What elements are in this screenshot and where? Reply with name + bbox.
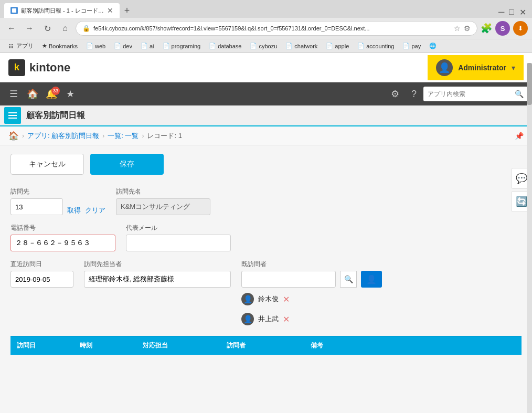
header-right: 👤 Administrator ▾ — [428, 55, 524, 80]
get-link[interactable]: 取得 — [67, 206, 81, 215]
help-icon[interactable]: ? — [405, 84, 423, 103]
apps-grid-icon — [7, 43, 15, 50]
contact-person-field: 訪問先担当者 — [84, 260, 231, 288]
minimize-button[interactable]: ─ — [498, 7, 505, 14]
maximize-button[interactable]: □ — [509, 7, 515, 14]
visitor-avatar-1: 👤 — [241, 293, 254, 305]
bm-globe[interactable]: 🌐 — [426, 41, 440, 50]
kintone-nav: ☰ 🏠 🔔 33 ★ ⚙ ? 🔍 — [0, 82, 532, 105]
lower-row: 直近訪問日 訪問先担当者 既訪問者 🔍 👤 — [10, 260, 522, 327]
logo-text: kintone — [29, 61, 70, 75]
th-visit-date: 訪問日 — [10, 341, 73, 350]
email-field: 代表メール — [126, 224, 231, 251]
bookmark-star-icon[interactable]: ☆ — [454, 24, 461, 33]
profile-button[interactable]: S — [495, 21, 510, 36]
visit-dest-row: 訪問先 取得 クリア 訪問先名 K&Mコンサルティング — [10, 187, 522, 215]
apps-button[interactable]: アプリ — [4, 41, 37, 51]
visit-dest-input[interactable] — [10, 198, 63, 215]
user-dropdown-icon[interactable]: ▾ — [512, 63, 515, 72]
bookmarks-label: Bookmarks — [49, 43, 78, 49]
visitor-search-input[interactable] — [241, 271, 336, 288]
download-button[interactable]: ⬇ — [513, 21, 528, 36]
forward-button[interactable]: → — [22, 21, 37, 36]
extensions-button[interactable]: 🧩 — [481, 23, 492, 34]
visitor-item-1: 👤 鈴木俊 ✕ — [241, 291, 382, 308]
bm-globe-icon: 🌐 — [429, 43, 437, 49]
avatar-person-icon: 👤 — [439, 62, 450, 73]
cancel-button[interactable]: キャンセル — [10, 154, 84, 175]
bm-accounting-label: accounting — [366, 43, 394, 49]
th-contact: 対応担当 — [136, 341, 220, 350]
address-input[interactable]: 🔒 fe54k.cybozu.com/k/857/show#record=1&l… — [76, 21, 477, 36]
bm-cybozu[interactable]: 📄 cybozu — [247, 41, 280, 50]
user-name: Administrator — [458, 63, 506, 72]
home-button[interactable]: ⌂ — [58, 21, 72, 36]
bm-apple-icon: 📄 — [326, 43, 333, 49]
bm-ai[interactable]: 📄 ai — [137, 41, 157, 50]
notification-icon[interactable]: 🔔 33 — [42, 84, 61, 103]
logo-icon: k — [8, 59, 25, 76]
bm-web-label: web — [95, 43, 105, 49]
favorites-icon[interactable]: ★ — [61, 84, 80, 103]
active-tab[interactable]: 顧客別訪問日報 - 1 - レコードの詳... ✕ — [4, 3, 120, 18]
settings-icon[interactable]: ⚙ — [386, 84, 405, 103]
contact-person-label: 訪問先担当者 — [84, 260, 231, 269]
tab-close-button[interactable]: ✕ — [107, 6, 113, 15]
breadcrumb-list-link[interactable]: 一覧: 一覧 — [108, 131, 139, 141]
form-fields: 訪問先 取得 クリア 訪問先名 K&Mコンサルティング 電話番号 — [10, 187, 522, 327]
visitor-remove-1[interactable]: ✕ — [283, 294, 290, 304]
notification-badge: 33 — [51, 87, 60, 95]
bm-chatwork[interactable]: 📄 chatwork — [282, 41, 321, 50]
home-nav-icon[interactable]: 🏠 — [23, 84, 42, 103]
breadcrumb-sep-3: › — [142, 132, 144, 140]
tab-title: 顧客別訪問日報 - 1 - レコードの詳... — [21, 7, 104, 15]
bookmarks-folder[interactable]: ★ Bookmarks — [39, 41, 81, 50]
search-box: 🔍 — [423, 87, 528, 101]
search-submit-icon[interactable]: 🔍 — [515, 90, 524, 98]
contact-person-input[interactable] — [84, 271, 231, 288]
contact-row: 電話番号 代表メール — [10, 224, 522, 251]
scrollbar-track — [527, 63, 532, 413]
user-area[interactable]: 👤 Administrator ▾ — [428, 55, 524, 80]
button-row: キャンセル 保存 — [10, 154, 522, 175]
visitor-add-button[interactable]: 👤 — [361, 271, 382, 288]
phone-field: 電話番号 — [10, 224, 115, 251]
bm-accounting-icon: 📄 — [357, 43, 365, 49]
visitor-2-icon: 👤 — [243, 315, 252, 323]
visit-dest-input-row: 取得 クリア — [10, 198, 105, 215]
email-input[interactable] — [126, 235, 231, 251]
lock-icon: 🔒 — [82, 25, 90, 32]
save-button[interactable]: 保存 — [90, 154, 164, 175]
breadcrumb-sep-2: › — [102, 132, 104, 140]
recent-visit-input[interactable] — [10, 271, 73, 288]
close-button[interactable]: ✕ — [519, 7, 526, 14]
back-button[interactable]: ← — [4, 21, 19, 36]
pin-icon[interactable]: 📌 — [515, 132, 524, 140]
bookmarks-star-icon: ★ — [42, 43, 47, 49]
visitor-remove-2[interactable]: ✕ — [283, 314, 290, 324]
visitor-name-2: 井上武 — [258, 314, 279, 324]
clear-link[interactable]: クリア — [85, 206, 105, 215]
list-view-icon[interactable] — [4, 107, 21, 124]
bm-dev[interactable]: 📄 dev — [111, 41, 135, 50]
bm-web[interactable]: 📄 web — [83, 41, 109, 50]
menu-icon[interactable]: ☰ — [4, 84, 23, 103]
bm-programing[interactable]: 📄 programing — [159, 41, 204, 50]
bm-dev-label: dev — [123, 43, 132, 49]
bm-accounting[interactable]: 📄 accounting — [354, 41, 397, 50]
bm-pay[interactable]: 📄 pay — [399, 41, 424, 50]
extension-icon[interactable]: ⚙ — [464, 24, 471, 33]
new-tab-button[interactable]: + — [120, 3, 134, 18]
scrollbar-thumb[interactable] — [527, 63, 532, 105]
bm-apple[interactable]: 📄 apple — [323, 41, 352, 50]
breadcrumb-home-icon[interactable]: 🏠 — [8, 131, 19, 141]
address-bar: ← → ↻ ⌂ 🔒 fe54k.cybozu.com/k/857/show#re… — [0, 18, 532, 39]
visit-dest-label: 訪問先 — [10, 187, 105, 196]
reload-button[interactable]: ↻ — [40, 21, 55, 36]
visitor-search-button[interactable]: 🔍 — [340, 271, 357, 288]
phone-input[interactable] — [10, 235, 115, 251]
window-controls: ─ □ ✕ — [498, 7, 528, 14]
bm-database[interactable]: 📄 database — [206, 41, 244, 50]
breadcrumb-app-link[interactable]: アプリ: 顧客別訪問日報 — [27, 131, 99, 141]
search-input[interactable] — [428, 90, 512, 98]
